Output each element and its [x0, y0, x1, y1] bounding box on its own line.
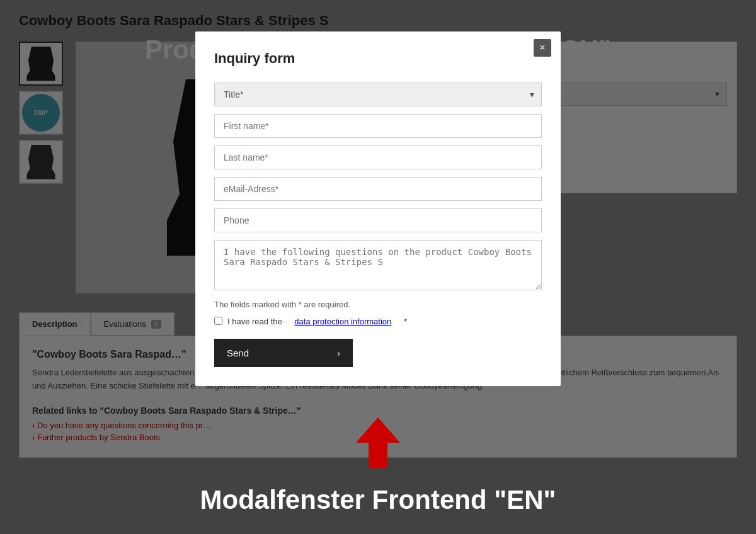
- modal-close-button[interactable]: ×: [534, 39, 551, 57]
- privacy-text-before: I have read the: [227, 317, 282, 326]
- required-note: The fields marked with * are required.: [214, 300, 542, 309]
- lastname-field-group: [214, 145, 542, 169]
- privacy-row: I have read the data protection informat…: [214, 317, 542, 326]
- phone-field-group: [214, 208, 542, 232]
- message-field-group: [214, 240, 542, 292]
- firstname-input[interactable]: [214, 114, 542, 138]
- phone-input[interactable]: [214, 208, 542, 232]
- privacy-link[interactable]: data protection information: [294, 317, 391, 326]
- lastname-input[interactable]: [214, 145, 542, 169]
- send-label: Send: [227, 348, 249, 358]
- modal-overlay: × Inquiry form Title* The fields marked …: [0, 0, 756, 534]
- send-arrow-icon: ›: [337, 348, 340, 358]
- modal-title: Inquiry form: [214, 50, 542, 67]
- firstname-field-group: [214, 114, 542, 138]
- message-textarea[interactable]: [214, 240, 542, 290]
- email-field-group: [214, 177, 542, 201]
- privacy-checkbox[interactable]: [214, 317, 222, 325]
- email-input[interactable]: [214, 177, 542, 201]
- title-select[interactable]: Title*: [214, 82, 542, 106]
- inquiry-modal: × Inquiry form Title* The fields marked …: [195, 31, 561, 386]
- title-field-group: Title*: [214, 82, 542, 106]
- send-button[interactable]: Send ›: [214, 339, 353, 367]
- privacy-asterisk: *: [404, 317, 407, 326]
